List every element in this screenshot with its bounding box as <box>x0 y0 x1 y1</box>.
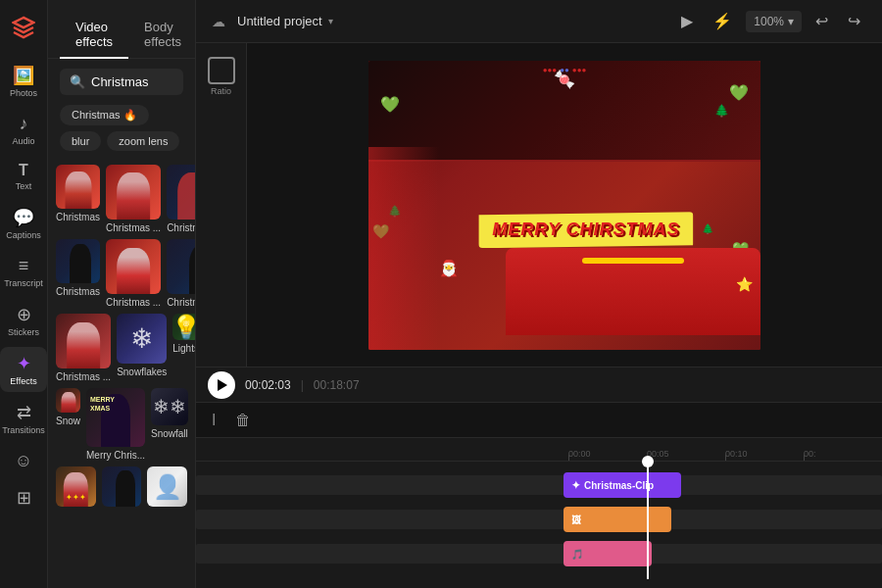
transitions-icon: ⇄ <box>17 402 31 423</box>
zoom-chevron-icon: ▾ <box>788 15 794 28</box>
timeline-track-1: ✦ christmas-clip <box>196 469 882 501</box>
effect-label-10: Snow <box>56 416 80 426</box>
track-bg-2 <box>196 510 882 529</box>
effect-label-9: Lights <box>172 343 195 354</box>
track-bg-3 <box>196 544 882 564</box>
zoom-value: 100% <box>754 15 784 28</box>
left-decor <box>368 147 439 350</box>
effect-item-9[interactable]: 💡 Lights <box>172 314 195 382</box>
heart-1: 💚 <box>380 95 400 114</box>
effect-label-3: Christmas ... <box>167 222 195 233</box>
search-input[interactable] <box>91 74 196 89</box>
effect-item-8[interactable]: ❄ Snowflakes <box>117 314 167 382</box>
tab-video-effects[interactable]: Video effects <box>60 12 128 59</box>
sidebar-item-transitions[interactable]: ⇄ Transitions <box>0 396 47 441</box>
clip-christmas[interactable]: ✦ christmas-clip <box>564 472 681 498</box>
effect-item-15[interactable]: 👤 <box>147 466 187 510</box>
effect-item-1[interactable]: Christmas <box>56 165 100 233</box>
playback-bar: 00:02:03 | 00:18:07 <box>196 367 882 402</box>
sidebar-item-captions[interactable]: 💬 Captions <box>0 201 47 246</box>
tag-zoom-lens[interactable]: zoom lens <box>107 131 179 151</box>
project-name-label: Untitled project <box>237 14 322 28</box>
ruler-mark-3: 00: <box>804 449 882 459</box>
candy-cane-icon: 🍬 <box>554 69 575 90</box>
effect-item-6[interactable]: Christmas ... <box>167 239 195 308</box>
effect-thumb-15: 👤 <box>147 466 187 507</box>
effect-item-3[interactable]: Christmas ... <box>167 165 195 233</box>
effects-row-3: Snow MERRYXMAS Merry Chris... ❄❄ Snowfal… <box>56 388 187 461</box>
effect-item-13[interactable]: ✦✦✦ <box>56 466 96 510</box>
effect-thumb-8: ❄ <box>117 314 167 364</box>
tag-blur[interactable]: blur <box>60 131 101 151</box>
sidebar-item-audio[interactable]: ♪ Audio <box>0 108 47 152</box>
effect-thumb-4 <box>56 239 100 283</box>
cursor-icon: I <box>212 412 216 429</box>
sidebar-item-expand[interactable]: ⊞ <box>0 481 47 514</box>
speed-btn[interactable]: ⚡ <box>707 8 738 34</box>
play-button[interactable] <box>208 371 235 399</box>
redo-btn[interactable]: ↪ <box>842 8 866 34</box>
cursor-tool-btn[interactable]: I <box>206 408 221 433</box>
effect-item-2[interactable]: Christmas ... <box>106 165 161 233</box>
timeline-toolbar: I 🗑 <box>196 403 882 438</box>
tree-icon-2: 🌲 <box>702 223 713 234</box>
effect-item-12[interactable]: ❄❄ Snowfall <box>151 388 188 461</box>
ruler-mark-0: 00:00 <box>568 449 647 459</box>
main-area: ☁ Untitled project ▾ ▶ ⚡ 100% ▾ ↩ ↪ Rati… <box>196 0 882 588</box>
timeline-ruler: 00:00 00:05 00:10 00: <box>196 438 882 462</box>
effect-item-11[interactable]: MERRYXMAS Merry Chris... <box>86 388 145 461</box>
effects-grid: Christmas Christmas ... Christmas ... <box>48 161 195 588</box>
project-name[interactable]: Untitled project ▾ <box>237 14 333 28</box>
effects-row-4: ✦✦✦ 👤 <box>56 466 187 510</box>
clip-orange[interactable]: 🖼 <box>564 507 671 532</box>
effect-label-7: Christmas ... <box>56 371 111 382</box>
transcript-icon: ≡ <box>19 256 29 276</box>
effect-item-10[interactable]: Snow <box>56 388 80 461</box>
timeline-track-3: 🎵 <box>196 538 882 569</box>
clip-christmas-label: christmas-clip <box>584 480 654 491</box>
playhead[interactable] <box>647 462 649 579</box>
current-time: 00:02:03 <box>245 378 291 392</box>
video-preview: ●●● ●● ●●● 🍬 💚 💚 💚 💚 🌲 🌲 🌲 <box>247 43 882 367</box>
sidebar-item-transcript[interactable]: ≡ Transcript <box>0 250 47 294</box>
effect-label-1: Christmas <box>56 212 100 222</box>
effect-thumb-11: MERRYXMAS <box>86 388 145 447</box>
effect-item-4[interactable]: Christmas <box>56 239 100 308</box>
effect-thumb-10 <box>56 388 80 413</box>
zoom-control[interactable]: 100% ▾ <box>746 11 802 32</box>
ratio-icon <box>208 57 235 84</box>
clip-img-icon: 🖼 <box>571 514 581 525</box>
sidebar-item-text[interactable]: T Text <box>0 156 47 197</box>
clip-pink[interactable]: 🎵 <box>564 541 652 566</box>
play-preview-btn[interactable]: ▶ <box>675 8 699 34</box>
project-chevron-icon: ▾ <box>328 16 333 26</box>
tag-christmas[interactable]: Christmas 🔥 <box>60 105 149 125</box>
app-logo <box>4 8 43 51</box>
expand-icon: ⊞ <box>17 487 31 509</box>
sidebar-item-stickers[interactable]: ⊕ Stickers <box>0 298 47 343</box>
cloud-icon: ☁ <box>212 14 225 29</box>
effect-item-7[interactable]: Christmas ... <box>56 314 111 382</box>
sidebar-item-more[interactable]: ☺ <box>0 445 47 477</box>
sidebar-item-effects[interactable]: ✦ Effects <box>0 347 47 392</box>
ruler-mark-1: 00:05 <box>647 449 725 459</box>
effect-label-8: Snowflakes <box>117 367 167 377</box>
top-bar: ☁ Untitled project ▾ ▶ ⚡ 100% ▾ ↩ ↪ <box>196 0 882 43</box>
total-time: 00:18:07 <box>314 378 360 392</box>
audio-icon: ♪ <box>20 114 28 134</box>
sidebar-item-photos[interactable]: 🖼️ Photos <box>0 59 47 104</box>
tab-body-effects[interactable]: Body effects <box>128 12 196 59</box>
canvas-area: Ratio ●●● ●● ●●● 🍬 💚 <box>196 43 882 367</box>
effect-thumb-14 <box>102 466 142 507</box>
effect-thumb-3 <box>167 165 195 220</box>
ratio-tool[interactable]: Ratio <box>204 53 239 100</box>
effect-thumb-5 <box>106 239 161 294</box>
timeline-tracks: ✦ christmas-clip 🖼 🎵 <box>196 462 882 579</box>
effect-thumb-7 <box>56 314 111 368</box>
track-bg-1 <box>196 475 882 495</box>
undo-btn[interactable]: ↩ <box>809 8 834 34</box>
effect-item-14[interactable] <box>102 466 142 510</box>
trash-icon: 🗑 <box>235 412 251 429</box>
effect-item-5[interactable]: Christmas ... <box>106 239 161 308</box>
delete-tool-btn[interactable]: 🗑 <box>229 408 257 433</box>
